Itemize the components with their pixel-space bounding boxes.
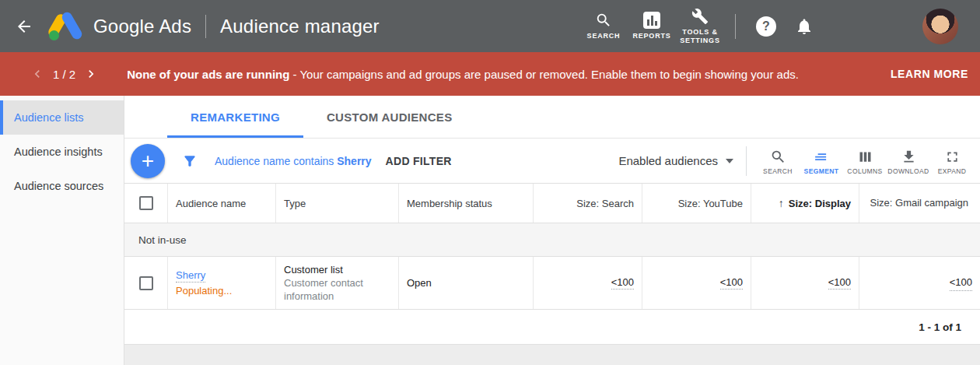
tab-remarketing[interactable]: REMARKETING [167, 96, 303, 138]
sort-ascending-icon: ↑ [779, 197, 784, 209]
chevron-down-icon [726, 159, 733, 163]
banner-pager: 1 / 2 [53, 68, 75, 81]
table-search-button[interactable]: SEARCH [756, 147, 800, 175]
table-header-row: Audience name Type Membership status Siz… [124, 183, 980, 223]
column-header-size-youtube[interactable]: Size: YouTube [642, 184, 751, 223]
tab-custom-audiences[interactable]: CUSTOM AUDIENCES [303, 96, 475, 138]
audience-type: Customer list [284, 263, 343, 276]
sidebar: Audience lists Audience insights Audienc… [0, 96, 124, 365]
learn-more-button[interactable]: LEARN MORE [891, 68, 968, 80]
column-header-size-display[interactable]: ↑Size: Display [751, 184, 859, 223]
download-icon [901, 149, 917, 165]
select-all-checkbox[interactable] [139, 196, 153, 210]
tab-bar: REMARKETING CUSTOM AUDIENCES [124, 96, 980, 139]
top-app-bar: Google Ads Audience manager SEARCH REPOR… [0, 0, 980, 52]
table-row: Sherry Populating... Customer list Custo… [124, 257, 980, 310]
table-expand-button[interactable]: EXPAND [930, 147, 974, 175]
group-label: Not in-use [138, 234, 187, 246]
bar-chart-icon [643, 12, 660, 29]
size-gmail-value: <100 [950, 276, 972, 291]
notifications-bell-icon[interactable] [795, 17, 814, 36]
filter-funnel-icon[interactable] [182, 153, 198, 169]
active-filter-chip[interactable]: Audience name contains Sherry [215, 155, 372, 167]
product-name: Google Ads [93, 16, 191, 37]
help-icon[interactable]: ? [756, 16, 776, 37]
page-title: Audience manager [220, 16, 380, 37]
user-avatar[interactable] [922, 9, 958, 44]
toolbar-divider [746, 146, 747, 176]
populating-status: Populating... [176, 285, 232, 297]
sidebar-item-audience-lists[interactable]: Audience lists [0, 100, 124, 135]
topbar-divider [205, 15, 206, 38]
expand-icon [944, 149, 961, 165]
wrench-icon [691, 8, 709, 25]
banner-message-title: None of your ads are running [127, 68, 289, 81]
add-audience-button[interactable]: + [131, 144, 165, 178]
page-background [124, 345, 980, 365]
content-area: Audience lists Audience insights Audienc… [0, 96, 980, 365]
topbar-search-button[interactable]: SEARCH [579, 12, 628, 40]
table-download-button[interactable]: DOWNLOAD [887, 147, 930, 175]
column-header-audience-name[interactable]: Audience name [168, 184, 276, 223]
table-columns-button[interactable]: COLUMNS [843, 147, 887, 175]
banner-message-body: - Your campaigns and ad groups are pause… [289, 68, 799, 81]
topbar-tools-settings-button[interactable]: TOOLS & SETTINGS [676, 8, 724, 45]
column-header-type[interactable]: Type [276, 184, 399, 223]
size-display-value: <100 [828, 276, 851, 290]
toolbar-right: Enabled audiences SEARCH SEGMENT COLUMNS [618, 146, 974, 176]
topbar-reports-button[interactable]: REPORTS [628, 12, 676, 40]
size-search-value: <100 [611, 276, 634, 290]
membership-status-cell: Open [399, 257, 534, 309]
toolbar: + Audience name contains Sherry ADD FILT… [124, 139, 980, 183]
add-filter-button[interactable]: ADD FILTER [386, 155, 452, 167]
segment-icon [813, 149, 830, 165]
pagination-range: 1 - 1 of 1 [919, 321, 961, 333]
search-icon [770, 149, 786, 165]
table-pagination: 1 - 1 of 1 [124, 310, 980, 345]
main-panel: REMARKETING CUSTOM AUDIENCES + Audience … [124, 96, 980, 365]
topbar-divider [735, 14, 736, 39]
banner-next-icon[interactable] [83, 66, 99, 82]
table-group-row: Not in-use [124, 223, 980, 257]
audience-name-link[interactable]: Sherry [176, 269, 205, 283]
audience-type-subtext: Customer contact information [284, 276, 390, 303]
row-checkbox[interactable] [139, 276, 153, 290]
sidebar-item-audience-sources[interactable]: Audience sources [0, 169, 124, 203]
google-ads-logo-icon [47, 10, 84, 43]
column-header-membership-status[interactable]: Membership status [399, 184, 534, 223]
filter-value: Sherry [337, 155, 371, 167]
search-icon [595, 12, 612, 29]
banner-message: None of your ads are running - Your camp… [127, 68, 799, 81]
banner-previous-icon[interactable] [30, 66, 45, 82]
table-segment-button[interactable]: SEGMENT [800, 147, 843, 175]
size-youtube-value: <100 [720, 276, 743, 290]
column-header-size-gmail[interactable]: Size: Gmail campaign [859, 184, 980, 223]
back-arrow-icon[interactable] [12, 15, 36, 38]
topbar-actions: SEARCH REPORTS TOOLS & SETTINGS ? [579, 8, 980, 45]
alert-banner: 1 / 2 None of your ads are running - You… [0, 52, 980, 96]
column-header-size-search[interactable]: Size: Search [534, 184, 642, 223]
columns-icon [857, 149, 873, 165]
audience-view-dropdown[interactable]: Enabled audiences [618, 154, 733, 167]
sidebar-item-audience-insights[interactable]: Audience insights [0, 135, 124, 169]
